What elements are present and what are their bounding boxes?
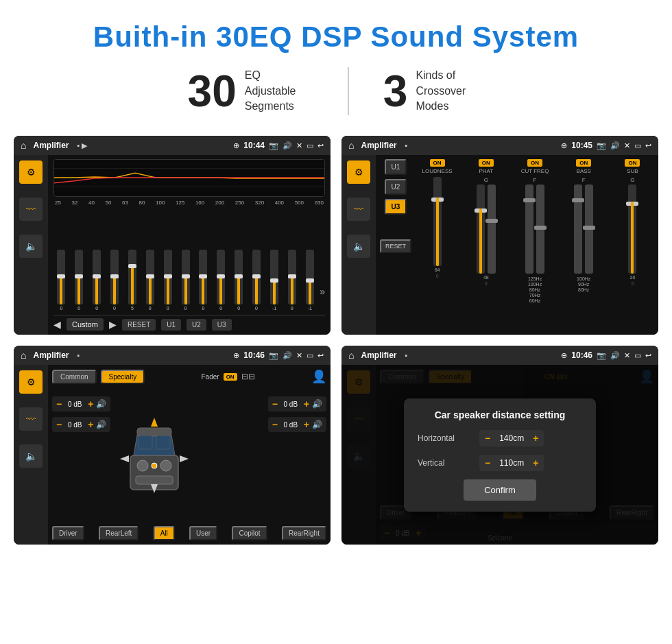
sub-slider[interactable]: G 20 5 — [628, 177, 636, 286]
stats-row: 30 EQ Adjustable Segments 3 Kinds of Cro… — [96, 67, 576, 115]
svg-point-9 — [137, 460, 148, 471]
home-icon-4[interactable]: ⌂ — [348, 350, 354, 361]
slider-col-14[interactable]: 0 — [284, 250, 300, 311]
right-front-minus[interactable]: − — [272, 398, 278, 409]
u2-btn[interactable]: U2 — [187, 319, 206, 331]
left-rear-minus[interactable]: − — [56, 419, 62, 430]
horizontal-row: Horizontal − 140cm + — [418, 430, 582, 446]
slider-col-7[interactable]: 0 — [160, 250, 176, 311]
right-front-plus[interactable]: + — [304, 398, 309, 409]
home-icon-3[interactable]: ⌂ — [21, 350, 26, 361]
prev-btn[interactable]: ◀ — [53, 319, 61, 330]
screen1-body: ⚙ 〰 🔈 — [14, 155, 331, 335]
vertical-control: − 110cm + — [479, 455, 544, 471]
wave-icon-btn-3[interactable]: 〰 — [19, 407, 43, 431]
slider-col-2[interactable]: 0 — [71, 250, 87, 311]
reset-crossover-btn[interactable]: RESET — [380, 239, 411, 253]
loudness-slider[interactable]: 64 0 — [433, 177, 442, 278]
copilot-btn[interactable]: Copilot — [232, 526, 267, 540]
u1-btn[interactable]: U1 — [161, 319, 181, 331]
slider-col-9[interactable]: 0 — [195, 250, 211, 311]
sub-label: SUB — [627, 168, 638, 174]
confirm-button[interactable]: Confirm — [464, 479, 536, 501]
slider-col-13[interactable]: -1 — [267, 250, 283, 311]
back-icon-4: ↩ — [645, 351, 651, 360]
left-rear-plus[interactable]: + — [88, 419, 93, 430]
gps-icon-1: ⊕ — [233, 141, 239, 150]
cutfreq-slider[interactable]: F 125Hz 100Hz — [525, 177, 544, 303]
horizontal-value: 140cm — [494, 433, 529, 443]
user-btn[interactable]: User — [189, 526, 217, 540]
screen3-body: ⚙ 〰 🔈 Common Specialty Fader ON ⊟⊟ 👤 — [14, 365, 331, 545]
more-icon[interactable]: » — [320, 286, 325, 311]
horizontal-minus[interactable]: − — [485, 433, 490, 444]
vertical-plus[interactable]: + — [533, 457, 538, 468]
slider-col-12[interactable]: 0 — [249, 250, 265, 311]
common-btn[interactable]: Common — [52, 370, 97, 384]
right-rear-plus[interactable]: + — [304, 419, 309, 430]
rearright-btn[interactable]: RearRight — [282, 526, 326, 540]
fader-row: Fader ON ⊟⊟ — [202, 372, 255, 381]
dialog-box: Car speaker distance setting Horizontal … — [404, 398, 596, 512]
slider-col-1[interactable]: 0 — [53, 250, 69, 311]
left-front-value: 0 dB — [64, 401, 85, 408]
crossover-desc-1: Kinds of — [416, 68, 484, 83]
slider-col-4[interactable]: 0 — [107, 250, 123, 311]
bass-slider[interactable]: F 100Hz 90Hz — [574, 177, 593, 292]
slider-col-3[interactable]: 0 — [89, 250, 105, 311]
amp-main-3: Common Specialty Fader ON ⊟⊟ 👤 − — [48, 365, 331, 545]
app-name-1: Amplifier — [33, 141, 69, 150]
volume-icon-1: 🔊 — [283, 141, 292, 150]
vertical-minus[interactable]: − — [485, 457, 490, 468]
slider-col-11[interactable]: 0 — [231, 250, 247, 311]
home-icon-2[interactable]: ⌂ — [348, 140, 354, 151]
horizontal-label: Horizontal — [418, 433, 472, 443]
wave-icon-btn[interactable]: 〰 — [19, 198, 43, 221]
specialty-btn[interactable]: Specialty — [101, 370, 145, 384]
eq-icon-btn[interactable]: ⚙ — [19, 160, 43, 184]
rearleft-btn[interactable]: RearLeft — [99, 526, 139, 540]
back-icon-2: ↩ — [645, 141, 651, 150]
phat-slider[interactable]: G 48 0 — [477, 177, 496, 286]
u3-btn[interactable]: U3 — [212, 319, 232, 331]
side-controls-3: ⚙ 〰 🔈 — [14, 365, 48, 545]
loudness-on-badge: ON — [430, 159, 445, 167]
eq-icon-btn-2[interactable]: ⚙ — [347, 160, 370, 184]
reset-btn[interactable]: RESET — [122, 319, 156, 331]
all-btn[interactable]: All — [154, 526, 175, 540]
u2-crossover-btn[interactable]: U2 — [385, 179, 407, 195]
dialog-overlay: Car speaker distance setting Horizontal … — [341, 365, 658, 545]
home-icon-1[interactable]: ⌂ — [21, 140, 26, 151]
mirror-icon-3: ▭ — [307, 351, 313, 360]
left-front-minus[interactable]: − — [56, 398, 62, 409]
svg-rect-6 — [137, 428, 171, 436]
phat-label: PHAT — [479, 168, 493, 174]
vertical-row: Vertical − 110cm + — [418, 455, 582, 471]
u-buttons-col: U1 U2 U3 RESET — [380, 159, 411, 331]
slider-col-6[interactable]: 0 — [142, 250, 158, 311]
u1-crossover-btn[interactable]: U1 — [385, 159, 407, 175]
driver-btn[interactable]: Driver — [52, 526, 84, 540]
horizontal-plus[interactable]: + — [533, 433, 538, 444]
u3-crossover-btn[interactable]: U3 — [385, 199, 407, 215]
speaker-icon-btn[interactable]: 🔈 — [19, 235, 43, 258]
eq-graph — [53, 159, 325, 197]
wave-icon-btn-2[interactable]: 〰 — [347, 198, 370, 221]
right-rear-minus[interactable]: − — [272, 419, 278, 430]
svg-rect-8 — [156, 436, 170, 449]
status-bar-4: ⌂ Amplifier ▪ ⊕ 10:46 📷 🔊 ✕ ▭ ↩ — [341, 346, 658, 365]
right-front-db: − 0 dB + 🔊 — [268, 396, 326, 412]
cutfreq-on-badge: ON — [527, 159, 542, 167]
svg-marker-16 — [180, 455, 189, 462]
camera-icon-4: 📷 — [597, 351, 606, 360]
next-btn[interactable]: ▶ — [109, 319, 117, 330]
slider-col-10[interactable]: 0 — [213, 250, 229, 311]
status-icons-4: ⊕ 10:46 📷 🔊 ✕ ▭ ↩ — [561, 350, 651, 360]
slider-col-8[interactable]: 0 — [178, 250, 193, 311]
eq-icon-btn-3[interactable]: ⚙ — [19, 370, 43, 394]
left-front-plus[interactable]: + — [88, 398, 93, 409]
slider-col-5[interactable]: 5 — [125, 250, 141, 311]
speaker-icon-btn-3[interactable]: 🔈 — [19, 444, 43, 468]
speaker-icon-btn-2[interactable]: 🔈 — [347, 235, 370, 258]
slider-col-15[interactable]: -1 — [302, 250, 317, 311]
